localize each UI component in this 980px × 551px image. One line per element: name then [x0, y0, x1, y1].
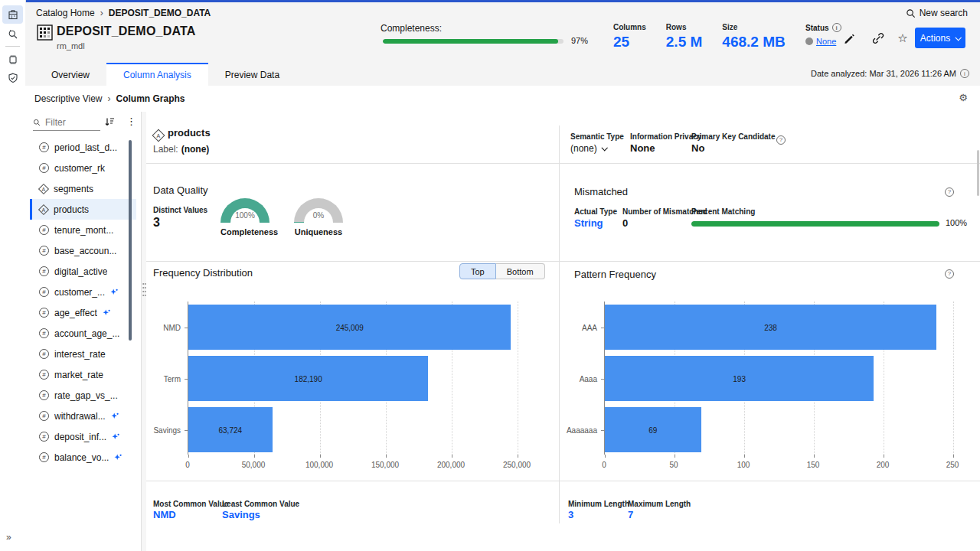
x-tick-label: 0	[185, 461, 190, 469]
list-scrollbar[interactable]	[129, 140, 132, 341]
toggle-bottom[interactable]: Bottom	[496, 263, 545, 279]
page-header: Catalog Home › DEPOSIT_DEMO_DATA New sea…	[25, 2, 980, 63]
semantic-type-dropdown[interactable]: (none)	[570, 143, 606, 154]
sidebar-item-account_age_[interactable]: #account_age_...	[30, 323, 136, 344]
sidebar-item-balance_vo[interactable]: #balance_vo...	[30, 447, 136, 468]
new-search-button[interactable]: New search	[906, 8, 968, 18]
chip-icon[interactable]	[2, 51, 23, 69]
sidebar-item-segments[interactable]: Asegments	[30, 178, 136, 199]
x-tick-label: 150,000	[371, 461, 399, 469]
gauge-uniqueness: 0%Uniqueness	[294, 198, 343, 236]
gauge-completeness: 100%Completeness	[220, 198, 270, 236]
page-title: DEPOSIT_DEMO_DATA	[57, 24, 196, 38]
column-analysis-main: A products Label:(none) Semantic Type (n…	[146, 112, 980, 551]
footer-label: Minimum Length	[568, 500, 629, 508]
sidebar-item-withdrawal[interactable]: #withdrawal...	[30, 406, 136, 426]
numeric-type-icon: #	[39, 390, 49, 400]
bar-aaa[interactable]: 238	[605, 305, 936, 350]
sidebar-item-age_effect[interactable]: #age_effect	[30, 302, 136, 323]
sidebar-item-market_rate[interactable]: #market_rate	[30, 364, 136, 385]
top-bottom-toggle: TopBottom	[459, 263, 545, 279]
mismatched-count-value: 0	[622, 217, 628, 229]
breadcrumb: Catalog Home › DEPOSIT_DEMO_DATA	[36, 8, 211, 18]
bar-term[interactable]: 182,190	[188, 356, 428, 401]
center-divider	[559, 126, 560, 523]
pattern-x-axis: 050100150200250	[604, 461, 952, 471]
status-info-icon[interactable]: i	[832, 23, 841, 32]
help-icon[interactable]: ?	[945, 267, 954, 279]
overflow-menu-icon[interactable]: ⋮	[123, 116, 139, 127]
stat-size: Size468.2 MB	[722, 23, 785, 51]
search-icon	[33, 119, 41, 126]
numeric-type-icon: #	[39, 370, 49, 380]
main-scrollbar[interactable]	[977, 150, 979, 196]
pattern-chart: 238AAA193Aaaa69Aaaaaaa	[604, 302, 953, 455]
sidebar-item-products[interactable]: Aproducts	[30, 199, 136, 220]
actions-button[interactable]: Actions	[915, 28, 965, 48]
footer-label: Maximum Length	[628, 500, 691, 508]
bar-aaaa[interactable]: 193	[605, 356, 874, 401]
edit-icon[interactable]	[842, 31, 856, 45]
stat-rows: Rows2.5 M	[666, 23, 703, 51]
help-icon[interactable]: ?	[945, 185, 954, 197]
toggle-top[interactable]: Top	[459, 263, 496, 279]
sidebar-item-deposit_inf[interactable]: #deposit_inf...	[30, 426, 136, 447]
sidebar-item-period_last_d[interactable]: #period_last_d...	[30, 137, 136, 158]
ai-sparkle-icon	[114, 454, 122, 461]
privacy-value: None	[630, 142, 655, 154]
left-icon-rail: »	[0, 0, 26, 549]
help-icon[interactable]: ?	[776, 133, 786, 145]
breadcrumb-separator: ›	[100, 8, 103, 18]
numeric-type-icon: #	[39, 287, 49, 297]
breadcrumb-catalog-home[interactable]: Catalog Home	[36, 8, 95, 18]
sidebar-item-base_accoun[interactable]: #base_accoun...	[30, 240, 136, 261]
chevron-down-icon	[601, 145, 607, 151]
subnav-current: Column Graphs	[116, 93, 185, 104]
actual-type-label: Actual Type	[574, 207, 617, 216]
sidebar-item-customer_[interactable]: #customer_...	[30, 282, 136, 302]
semantic-type-label: Semantic Type	[570, 132, 624, 141]
numeric-type-icon: #	[39, 266, 49, 276]
category-label: Savings	[153, 426, 181, 435]
governance-icon[interactable]	[2, 69, 23, 87]
category-label: NMD	[163, 324, 181, 332]
sidebar-item-customer_rk[interactable]: #customer_rk	[30, 158, 136, 178]
sidebar-item-interest_rate[interactable]: #interest_rate	[30, 344, 136, 364]
star-icon[interactable]: ☆	[896, 31, 910, 45]
numeric-type-icon: #	[39, 142, 49, 152]
sort-icon[interactable]	[104, 116, 115, 127]
data-asset-icon	[37, 24, 53, 41]
category-label: AAA	[582, 324, 597, 332]
ai-sparkle-icon	[111, 412, 119, 420]
filter-input[interactable]	[44, 116, 100, 129]
link-icon[interactable]	[871, 31, 885, 45]
tab-column-analysis[interactable]: Column Analysis	[106, 63, 208, 86]
discover-icon[interactable]	[2, 25, 23, 44]
numeric-type-icon: #	[39, 328, 49, 338]
sidebar-item-digital_active[interactable]: #digital_active	[30, 261, 136, 282]
expand-rail-icon[interactable]: »	[6, 532, 11, 543]
sidebar-item-rate_gap_vs_[interactable]: #rate_gap_vs_...	[30, 385, 136, 406]
gear-icon[interactable]: ⚙	[959, 92, 968, 103]
tab-overview[interactable]: Overview	[34, 63, 106, 86]
column-list: #period_last_d...#customer_rkAsegmentsAp…	[30, 137, 136, 468]
x-tick-label: 100	[737, 461, 750, 469]
bar-nmd[interactable]: 245,009	[188, 305, 511, 350]
sidebar-item-tenure_mont[interactable]: #tenure_mont...	[30, 220, 136, 240]
data-quality-title: Data Quality	[153, 184, 208, 196]
analysis-subnav: Descriptive View › Column Graphs ⚙	[25, 86, 980, 112]
footer-value: Savings	[222, 509, 260, 520]
x-tick-label: 50	[669, 461, 678, 469]
status-value-link[interactable]: None	[816, 37, 836, 46]
bar-savings[interactable]: 63,724	[188, 407, 273, 452]
bar-aaaaaaa[interactable]: 69	[605, 407, 701, 452]
completeness-percent: 97%	[571, 36, 588, 45]
info-icon[interactable]: i	[960, 69, 969, 78]
catalog-icon[interactable]	[2, 5, 23, 24]
x-tick-label: 250,000	[503, 461, 531, 469]
subnav-descriptive-view[interactable]: Descriptive View	[34, 93, 102, 104]
category-label: Aaaa	[580, 375, 597, 383]
category-label: Term	[164, 375, 181, 383]
tab-preview-data[interactable]: Preview Data	[208, 63, 296, 86]
numeric-type-icon: #	[39, 163, 49, 173]
